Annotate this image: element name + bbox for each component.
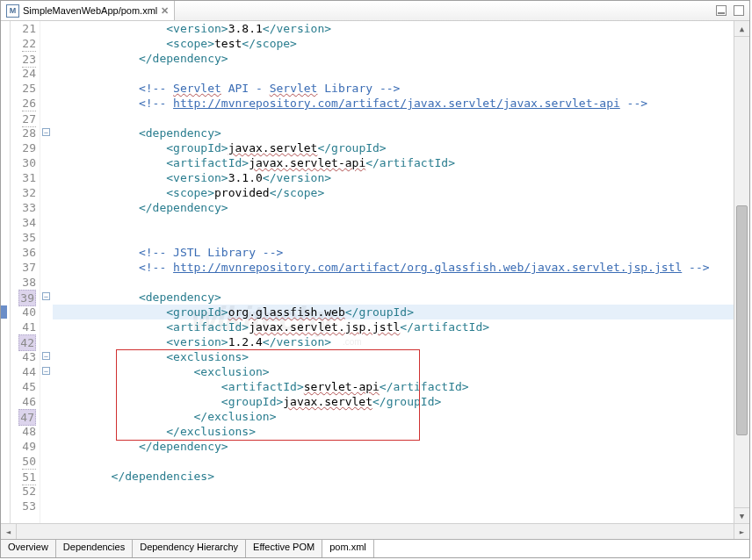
code-line[interactable]: <!-- JSTL Library --> [56,245,283,260]
code-line[interactable]: </exclusions> [56,424,256,439]
line-number: 25 [11,81,36,96]
line-number: 32 [11,185,36,200]
code-line[interactable]: <scope>test</scope> [56,36,297,51]
code-line[interactable]: <groupId>org.glassfish.web</groupId> [56,305,414,319]
line-number: 36 [11,245,36,260]
maximize-icon[interactable] [734,5,744,16]
line-number: 40 [11,305,36,319]
title-bar: M SimpleMavenWebApp/pom.xml ✕ [1,1,749,21]
vertical-scrollbar[interactable]: ▲ ▼ [734,21,749,523]
line-number: 42 [11,334,36,349]
editor-body: 2122232425262728293031323334353637383940… [1,21,749,523]
bottom-tab[interactable]: pom.xml [322,540,374,557]
line-number: 46 [11,394,36,409]
line-number: 24 [11,66,36,81]
minimize-icon[interactable] [716,5,727,16]
line-number: 33 [11,200,36,215]
bottom-tab[interactable]: Dependency Hierarchy [133,540,246,557]
line-number: 53 [11,499,36,513]
code-line[interactable]: <dependency> [56,126,221,140]
code-line[interactable]: <exclusion> [56,364,270,379]
watermark-sub: .com [343,337,362,347]
code-line[interactable]: <!-- http://mvnrepository.com/artifact/o… [56,260,710,275]
line-number: 45 [11,379,36,394]
line-number: 43 [11,349,36,364]
bottom-tab[interactable]: Effective POM [246,540,322,557]
line-number: 37 [11,260,36,275]
code-line[interactable]: </dependency> [56,51,228,66]
close-icon[interactable]: ✕ [161,5,169,17]
code-line[interactable]: </dependency> [56,200,228,215]
bottom-tab[interactable]: Dependencies [56,540,133,557]
code-line[interactable]: <version>3.1.0</version> [56,170,331,185]
code-line[interactable]: <exclusions> [56,349,249,364]
line-number: 49 [11,439,36,454]
line-number: 35 [11,230,36,245]
line-number: 21 [11,21,36,36]
bottom-tab[interactable]: Overview [1,540,56,557]
line-number: 44 [11,364,36,379]
horizontal-scrollbar[interactable]: ◄ ► [1,523,749,539]
code-area[interactable]: wikitechy .com <version>3.8.1</version> … [53,21,734,523]
marker-ruler [1,21,11,523]
code-line[interactable]: </dependency> [56,439,228,454]
toolbar-right [716,5,749,16]
code-line[interactable]: <groupId>javax.servlet</groupId> [56,140,387,155]
scroll-thumb[interactable] [736,205,748,435]
fold-toggle-icon[interactable]: − [42,367,50,375]
scroll-up-icon[interactable]: ▲ [734,21,749,37]
line-number: 29 [11,140,36,155]
fold-gutter: −−−− [40,21,53,523]
line-number: 28 [11,126,36,140]
line-number: 30 [11,155,36,170]
fold-toggle-icon[interactable]: − [42,292,50,300]
line-number: 51 [11,469,36,484]
fold-toggle-icon[interactable]: − [42,128,50,136]
current-line-marker [1,305,7,319]
code-line[interactable]: <!-- http://mvnrepository.com/artifact/j… [56,96,647,111]
code-line[interactable]: <artifactId>servlet-api</artifactId> [56,379,469,394]
maven-file-icon: M [6,4,19,18]
code-line[interactable]: <artifactId>javax.servlet.jsp.jstl</arti… [56,319,489,334]
line-number: 22 [11,36,36,51]
line-number: 47 [11,409,36,424]
scroll-down-icon[interactable]: ▼ [734,507,749,523]
code-line[interactable]: <!-- Servlet API - Servlet Library --> [56,81,400,96]
file-tab[interactable]: M SimpleMavenWebApp/pom.xml ✕ [1,1,175,20]
line-number-gutter: 2122232425262728293031323334353637383940… [11,21,40,523]
code-line[interactable]: <scope>provided</scope> [56,185,324,200]
line-number: 48 [11,424,36,439]
tab-title: SimpleMavenWebApp/pom.xml [23,5,157,16]
code-line[interactable]: <artifactId>javax.servlet-api</artifactI… [56,155,455,170]
editor-window: M SimpleMavenWebApp/pom.xml ✕ 2122232425… [0,0,750,558]
code-line[interactable]: <groupId>javax.servlet</groupId> [56,394,441,409]
scroll-right-icon[interactable]: ► [734,524,749,539]
code-line[interactable]: <version>1.2.4</version> [56,334,331,349]
line-number: 27 [11,111,36,126]
line-number: 41 [11,319,36,334]
line-number: 39 [11,290,36,305]
scroll-left-icon[interactable]: ◄ [1,524,17,539]
fold-toggle-icon[interactable]: − [42,352,50,360]
line-number: 50 [11,454,36,469]
line-number: 31 [11,170,36,185]
code-line[interactable]: </dependencies> [56,469,214,484]
bottom-tabs: OverviewDependenciesDependency Hierarchy… [1,539,749,557]
code-line[interactable]: </exclusion> [56,409,276,424]
code-line[interactable]: <version>3.8.1</version> [56,21,331,36]
line-number: 26 [11,96,36,111]
line-number: 23 [11,51,36,66]
line-number: 52 [11,484,36,499]
code-line[interactable]: <dependency> [56,290,221,305]
line-number: 38 [11,275,36,290]
line-number: 34 [11,215,36,230]
